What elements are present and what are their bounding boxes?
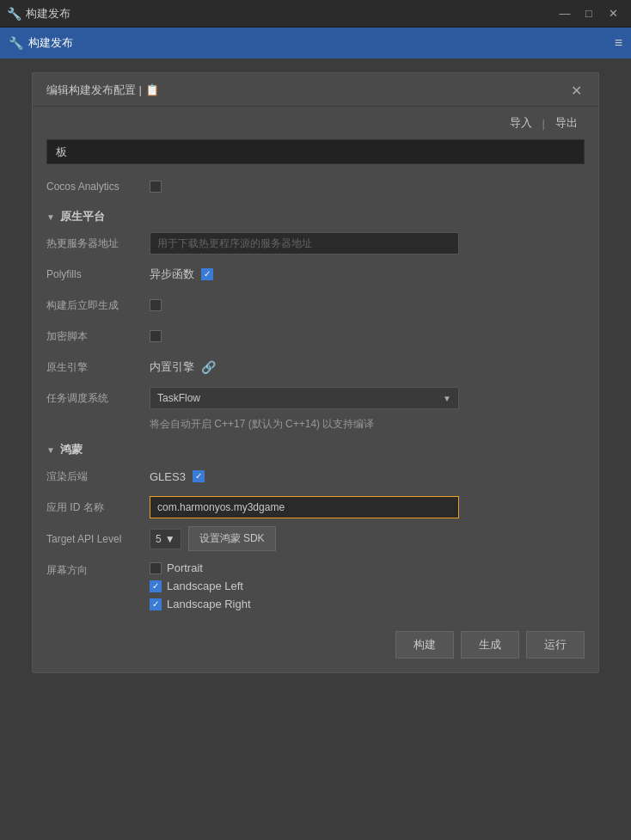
separator: | [542,117,545,130]
config-dialog: 编辑构建发布配置 | 📋 ✕ 导入 | 导出 Cocos Analytics [32,72,599,673]
title-bar-left: 🔧 构建发布 [7,6,70,21]
harmony-section-header: ▼ 鸿蒙 [46,442,585,457]
toolbar: 🔧 构建发布 ≡ [0,28,631,58]
native-engine-value: 内置引擎 [150,359,194,375]
target-api-value: 5 [156,533,162,545]
title-bar-title: 构建发布 [26,6,70,21]
native-engine-control: 内置引擎 🔗 [150,359,585,375]
native-platform-label: 原生平台 [60,209,105,224]
dialog-close-button[interactable]: ✕ [567,82,585,99]
native-engine-link-icon[interactable]: 🔗 [201,360,216,374]
cocos-analytics-checkbox[interactable] [150,181,162,193]
run-button[interactable]: 运行 [526,631,585,659]
set-harmony-sdk-button[interactable]: 设置鸿蒙 SDK [188,526,276,551]
native-engine-label: 原生引擎 [46,360,150,375]
harmony-arrow: ▼ [46,445,55,455]
encrypt-script-label: 加密脚本 [46,329,150,344]
render-backend-control: GLES3 [150,470,585,483]
render-backend-label: 渲染后端 [46,469,150,484]
platform-name-input[interactable] [46,139,585,164]
native-platform-section-header: ▼ 原生平台 [46,209,585,224]
target-api-level-row: Target API Level 5 ▼ 设置鸿蒙 SDK [46,526,585,551]
action-buttons: 构建 生成 运行 [46,624,585,659]
target-api-level-control: 5 ▼ 设置鸿蒙 SDK [150,526,585,551]
toolbar-icon: 🔧 [9,36,23,50]
toolbar-title: 构建发布 [28,35,73,51]
portrait-option: Portrait [150,561,251,574]
async-checkbox[interactable] [201,268,213,280]
cocos-analytics-control [150,181,585,193]
polyfills-control: 异步函数 [150,267,585,282]
hotfix-server-input[interactable] [150,232,459,254]
async-label: 异步函数 [150,267,194,282]
minimize-button[interactable]: — [554,5,576,22]
build-button[interactable]: 构建 [395,631,454,659]
orientation-group: Portrait Landscape Left Landscape Right [150,561,251,610]
harmony-label: 鸿蒙 [60,442,83,457]
maximize-button[interactable]: □ [578,5,600,22]
dialog-header: 编辑构建发布配置 | 📋 ✕ [33,73,598,107]
export-button[interactable]: 导出 [552,113,581,132]
app-id-input[interactable] [150,496,459,518]
landscape-right-label: Landscape Right [167,598,251,610]
encrypt-script-checkbox[interactable] [150,330,162,342]
render-backend-row: 渲染后端 GLES3 [46,464,585,488]
import-button[interactable]: 导入 [506,113,536,132]
build-after-generate-control [150,299,585,311]
build-after-generate-row: 构建后立即生成 [46,293,585,317]
main-content: 编辑构建发布配置 | 📋 ✕ 导入 | 导出 Cocos Analytics [0,58,631,840]
build-after-generate-label: 构建后立即生成 [46,298,150,313]
window-close-button[interactable]: ✕ [602,5,624,22]
generate-button[interactable]: 生成 [461,631,519,659]
import-export-row: 导入 | 导出 [46,113,585,132]
hotfix-server-row: 热更服务器地址 [46,231,585,255]
portrait-checkbox[interactable] [150,562,162,574]
dialog-title: 编辑构建发布配置 | 📋 [46,83,159,98]
encrypt-script-control [150,330,585,342]
native-platform-arrow: ▼ [46,212,55,222]
app-id-control [150,496,585,518]
cocos-analytics-row: Cocos Analytics [46,175,585,199]
toolbar-menu-icon[interactable]: ≡ [615,35,622,51]
hotfix-server-control [150,232,585,254]
app-id-label: 应用 ID 名称 [46,500,150,515]
portrait-label: Portrait [167,561,203,574]
app-icon: 🔧 [7,7,21,21]
landscape-right-option: Landscape Right [150,598,251,610]
native-engine-row: 原生引擎 内置引擎 🔗 [46,355,585,379]
task-scheduler-row: 任务调度系统 TaskFlow ▼ [46,386,585,410]
app-id-row: 应用 ID 名称 [46,495,585,519]
polyfills-row: Polyfills 异步函数 [46,262,585,286]
task-scheduler-dropdown[interactable]: TaskFlow ▼ [150,387,459,409]
task-scheduler-arrow: ▼ [443,394,451,403]
screen-orientation-row: 屏幕方向 Portrait Landscape Left [46,558,585,610]
landscape-left-label: Landscape Left [167,579,243,592]
gles3-checkbox[interactable] [193,470,205,482]
title-bar-controls: — □ ✕ [554,5,624,22]
cocos-analytics-label: Cocos Analytics [46,181,150,193]
task-scheduler-label: 任务调度系统 [46,391,150,406]
build-after-generate-checkbox[interactable] [150,299,162,311]
screen-orientation-label: 屏幕方向 [46,561,150,578]
task-scheduler-value: TaskFlow [157,392,200,404]
landscape-right-checkbox[interactable] [150,598,162,610]
hotfix-server-label: 热更服务器地址 [46,236,150,251]
encrypt-script-row: 加密脚本 [46,324,585,348]
target-api-arrow: ▼ [165,533,175,545]
cpp-info-text: 将会自动开启 C++17 (默认为 C++14) 以支持编译 [46,417,585,432]
screen-orientation-control: Portrait Landscape Left Landscape Right [150,561,585,610]
landscape-left-option: Landscape Left [150,579,251,592]
gles3-label: GLES3 [150,470,186,483]
landscape-left-checkbox[interactable] [150,580,162,592]
polyfills-label: Polyfills [46,268,150,280]
dialog-body: 导入 | 导出 Cocos Analytics ▼ 原生平台 热更服务器地址 [33,107,598,672]
task-scheduler-control: TaskFlow ▼ [150,387,585,409]
title-bar: 🔧 构建发布 — □ ✕ [0,0,631,28]
target-api-level-dropdown[interactable]: 5 ▼ [150,529,181,549]
target-api-level-label: Target API Level [46,533,150,545]
toolbar-left: 🔧 构建发布 [9,35,73,51]
